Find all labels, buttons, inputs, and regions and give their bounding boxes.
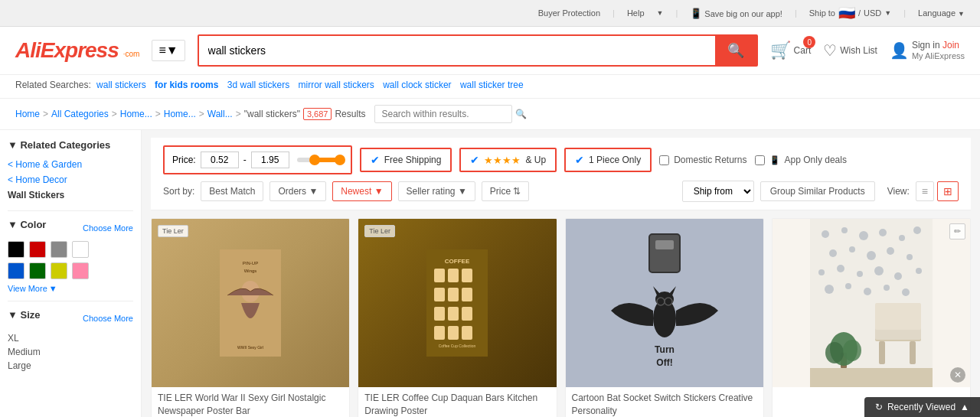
edit-icon-overlay[interactable]: ✏ (949, 223, 965, 239)
related-search-0[interactable]: wall stickers (96, 80, 146, 90)
product-title-3: Cartoon Bat Socket Switch Stickers Creat… (572, 392, 757, 417)
color-swatch-white[interactable] (72, 241, 89, 258)
svg-text:COFFEE: COFFEE (445, 258, 470, 265)
color-swatch-green[interactable] (29, 262, 46, 279)
sort-price[interactable]: Price ⇅ (482, 181, 530, 201)
related-search-2[interactable]: 3d wall stickers (227, 80, 289, 90)
stars-filter[interactable]: ✔ ★★★★ & Up (459, 148, 557, 172)
breadcrumb-home3[interactable]: Home... (164, 109, 196, 119)
language-select[interactable]: Language ▼ (918, 8, 965, 18)
svg-rect-55 (910, 341, 916, 364)
price-filter: Price: - (163, 145, 352, 174)
grid-view-button[interactable]: ⊞ (937, 181, 959, 201)
domestic-returns-checkbox[interactable] (659, 155, 669, 165)
app-only-filter[interactable]: 📱 App Only deals (755, 155, 847, 165)
related-search-5[interactable]: wall sticker tree (460, 80, 524, 90)
svg-point-38 (849, 246, 855, 252)
product-image-4: ✏ ✕ (773, 219, 970, 387)
breadcrumb-home2[interactable]: Home... (120, 109, 152, 119)
color-swatch-black[interactable] (8, 241, 24, 258)
color-choose-more[interactable]: Choose More (83, 223, 133, 233)
app-only-label: App Only deals (785, 155, 847, 165)
svg-point-34 (879, 229, 887, 236)
cart-area[interactable]: 🛒 0 Cart (770, 41, 812, 60)
color-swatch-pink[interactable] (72, 262, 89, 279)
help-link[interactable]: Help (627, 8, 645, 18)
price-max-input[interactable] (251, 151, 289, 168)
price-min-input[interactable] (201, 151, 239, 168)
size-xl[interactable]: XL (8, 331, 133, 345)
list-view-button[interactable]: ≡ (916, 181, 934, 201)
svg-rect-10 (434, 288, 445, 301)
color-swatch-gray[interactable] (51, 241, 67, 258)
related-search-3[interactable]: mirror wall stickers (299, 80, 374, 90)
svg-rect-8 (448, 269, 459, 282)
breadcrumb-wall[interactable]: Wall... (207, 109, 233, 119)
color-swatch-yellow[interactable] (51, 262, 67, 279)
search-within-input[interactable] (374, 105, 512, 123)
price-slider[interactable] (297, 158, 343, 162)
menu-button[interactable]: ≡▼ (152, 40, 185, 61)
wish-list-area[interactable]: ♡ Wish List (823, 41, 877, 60)
logo[interactable]: AliExpress ·com (15, 38, 139, 63)
filter-bar: Price: - ✔ Free Shipping (151, 138, 971, 210)
ship-from-select[interactable]: Ship from (682, 181, 754, 202)
sidebar-item-home-garden[interactable]: < Home & Garden (8, 157, 133, 172)
color-title: ▼ Color (8, 219, 46, 230)
sort-orders[interactable]: Orders ▼ (270, 181, 326, 201)
product-card-3[interactable]: Turn Off! Cartoon Bat Socket Switch Stic… (565, 218, 764, 417)
related-search-4[interactable]: wall clock sticker (383, 80, 451, 90)
size-section-header: ▼ Size Choose More (8, 309, 133, 327)
svg-rect-5 (426, 249, 488, 357)
domestic-returns-label: Domestic Returns (674, 155, 746, 165)
my-aliexpress-label: My AliExpress (912, 51, 965, 60)
size-medium[interactable]: Medium (8, 345, 133, 359)
app-only-checkbox[interactable] (755, 155, 765, 165)
svg-point-32 (841, 227, 848, 233)
slider-thumb-left[interactable] (309, 155, 320, 165)
sort-seller-rating[interactable]: Seller rating ▼ (398, 181, 475, 201)
view-more-colors[interactable]: View More ▼ (8, 284, 133, 293)
product-card-4[interactable]: ✏ ✕ (772, 218, 971, 417)
heart-icon: ♡ (823, 41, 837, 60)
recently-viewed-bar[interactable]: ↻ Recently Viewed ▲ (864, 397, 980, 417)
size-large[interactable]: Large (8, 359, 133, 373)
app-promo: 📱 Save big on our app! (690, 8, 782, 19)
size-choose-more[interactable]: Choose More (83, 314, 133, 323)
related-search-1[interactable]: for kids rooms (155, 80, 218, 90)
breadcrumb-all-cat[interactable]: All Categories (51, 109, 109, 119)
recently-viewed-icon: ↻ (875, 402, 883, 412)
slider-thumb-right[interactable] (335, 155, 345, 165)
wish-list-label: Wish List (840, 45, 877, 56)
product-card-1[interactable]: Tie Ler PIN-UP Wings WWII Sexy Girl TIE … (151, 218, 350, 417)
sort-newest[interactable]: Newest ▼ (332, 181, 391, 201)
domestic-returns-filter[interactable]: Domestic Returns (659, 155, 746, 165)
product-grid: Tie Ler PIN-UP Wings WWII Sexy Girl TIE … (151, 218, 971, 417)
header: AliExpress ·com ≡▼ 🔍 🛒 0 Cart ♡ Wish Lis… (0, 27, 980, 75)
sign-in-area[interactable]: 👤 Sign in Join My AliExpress (890, 40, 965, 61)
group-similar-button[interactable]: Group Similar Products (760, 181, 875, 201)
sidebar-item-wall-stickers[interactable]: Wall Stickers (8, 187, 133, 203)
sort-best-match[interactable]: Best Match (201, 181, 263, 201)
svg-text:PIN-UP: PIN-UP (243, 261, 258, 266)
recently-viewed-label: Recently Viewed (887, 402, 956, 412)
breadcrumb-home[interactable]: Home (15, 109, 40, 119)
close-icon-overlay[interactable]: ✕ (950, 367, 965, 383)
filter-row: Price: - ✔ Free Shipping (163, 145, 959, 174)
product-info-2: TIE LER Coffee Cup Daquan Bars Kitchen D… (358, 387, 556, 417)
svg-rect-18 (462, 326, 472, 340)
svg-point-40 (887, 247, 894, 255)
product-card-2[interactable]: Tie Ler COFFEE (358, 218, 557, 417)
search-input[interactable] (199, 38, 715, 63)
sidebar-item-home-decor[interactable]: < Home Decor (8, 172, 133, 187)
search-button[interactable]: 🔍 (715, 36, 756, 65)
free-shipping-filter[interactable]: ✔ Free Shipping (360, 148, 452, 172)
color-swatch-red[interactable] (29, 241, 46, 258)
color-swatch-blue[interactable] (8, 262, 24, 279)
search-within-icon[interactable]: 🔍 (515, 109, 527, 119)
svg-point-37 (829, 249, 837, 257)
product-info-4 (773, 387, 970, 396)
svg-rect-12 (462, 288, 472, 301)
piece-only-filter[interactable]: ✔ 1 Piece Only (564, 148, 652, 172)
cart-icon: 🛒 (770, 41, 791, 60)
